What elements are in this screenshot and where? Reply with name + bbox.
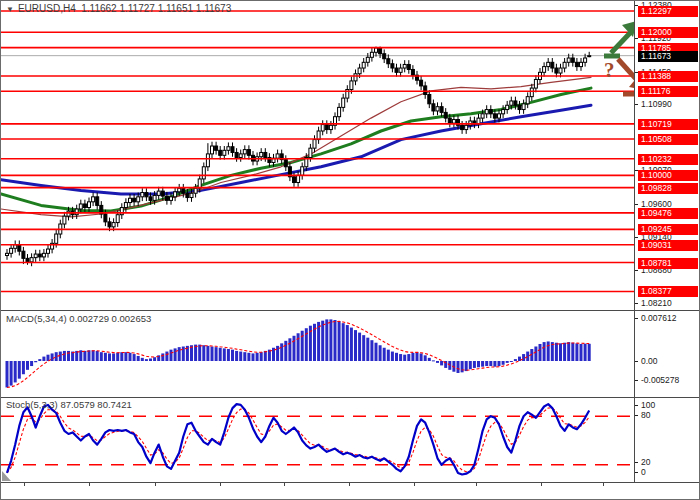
level-price-label: 1.10508 (638, 134, 698, 145)
macd-label: MACD(5,34,4) 0.002729 0.002653 (6, 313, 151, 324)
stoch-label: Stoch(5,3,3) 87.0579 80.7421 (6, 399, 132, 410)
level-price-label: 1.11388 (638, 71, 698, 82)
level-price-label: 1.09828 (638, 183, 698, 194)
panel-divider[interactable] (1, 397, 700, 398)
symbol-marker-icon: ▼ (6, 5, 14, 14)
level-price-label: 1.09245 (638, 224, 698, 235)
price-axis-border (634, 1, 635, 482)
level-price-label: 1.11176 (638, 86, 698, 97)
price-axis-tick-label: 1.10990 (641, 99, 672, 110)
level-price-label: 1.12000 (638, 27, 698, 38)
macd-scale-label: 0.007612 (641, 313, 676, 324)
level-price-label: 1.08781 (638, 258, 698, 269)
level-price-label: 1.12297 (638, 6, 698, 17)
macd-scale-label: -0.005278 (641, 375, 679, 386)
level-price-label: 1.10232 (638, 154, 698, 165)
price-axis-tick-label: 1.08210 (641, 298, 672, 309)
level-price-label: 1.09476 (638, 208, 698, 219)
symbol-ohlc-text: EURUSD,H4 1.11662 1.11727 1.11651 1.1167… (18, 3, 231, 14)
chart-window: ? ▼EURUSD,H4 1.11662 1.11727 1.11651 1.1… (0, 0, 700, 500)
panel-divider (1, 482, 700, 483)
stoch-scale-label: 80 (641, 410, 650, 421)
level-price-label: 1.09031 (638, 240, 698, 251)
stoch-scale-label: 0 (641, 467, 646, 478)
panel-divider[interactable] (1, 310, 700, 311)
current-price-label: 1.11673 (638, 51, 698, 62)
macd-scale-label: 0.00 (641, 356, 658, 367)
level-price-label: 1.10000 (638, 170, 698, 181)
level-price-label: 1.10719 (638, 119, 698, 130)
time-scale[interactable]: 1 Oct 20193 Oct 20:008 Oct 12:0011 Oct 0… (1, 482, 700, 500)
symbol-info-line: ▼EURUSD,H4 1.11662 1.11727 1.11651 1.116… (6, 3, 231, 14)
level-price-label: 1.08377 (638, 286, 698, 297)
